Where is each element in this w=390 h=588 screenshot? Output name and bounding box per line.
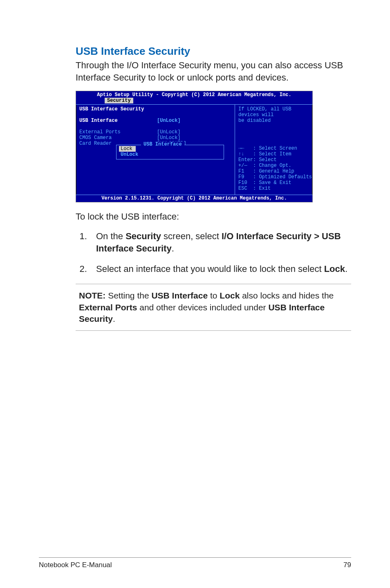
note-text: also locks and hides the <box>240 291 334 300</box>
bios-row-cmos-camera[interactable]: CMOS Camera [UnLock] <box>79 135 232 141</box>
bios-panel-title: USB Interface Security <box>79 106 157 112</box>
footer-title: Notebook PC E-Manual <box>39 561 112 569</box>
footer-page-number: 79 <box>343 561 351 569</box>
note-label: NOTE: <box>79 291 105 300</box>
bios-header: Aptio Setup Utility - Copyright (C) 2012… <box>76 91 312 98</box>
steps-list: On the Security screen, select I/O Inter… <box>76 230 351 275</box>
step-text: Select an interface that you would like … <box>96 264 324 274</box>
note-text: . <box>113 314 115 323</box>
popup-selected: Lock <box>119 146 136 152</box>
help-exit: ESC : Exit <box>238 186 310 191</box>
bios-tab-security[interactable]: Security <box>105 98 133 103</box>
row-value: [UnLock] <box>157 129 181 135</box>
help-enter-select: Enter: Select <box>238 157 310 163</box>
row-label: CMOS Camera <box>79 135 157 141</box>
bios-tab-row: Security <box>76 98 312 104</box>
bold: USB Interface <box>151 291 208 300</box>
note-text: and other devices included under <box>137 303 268 312</box>
popup-title: USB Interface <box>141 141 184 147</box>
bold: Lock <box>324 264 345 274</box>
help-optimized-defaults: F9 : Optimized Defaults <box>238 174 310 180</box>
bios-row-usb-interface[interactable]: USB Interface [UnLock] <box>79 118 232 123</box>
bios-popup-usb-interface: USB Interface Lock UnLock <box>116 145 224 159</box>
intro-paragraph: Through the I/O Interface Security menu,… <box>76 59 351 83</box>
row-value: [UnLock] <box>157 135 181 141</box>
instruction-lead: To lock the USB interface: <box>76 211 351 222</box>
help-select-screen: →← : Select Screen <box>238 146 310 151</box>
help-save-exit: F10 : Save & Exit <box>238 180 310 186</box>
row-label: External Ports <box>79 129 157 135</box>
step-text: . <box>345 264 347 274</box>
row-label: USB Interface <box>79 118 157 123</box>
row-value: [UnLock] <box>157 118 181 123</box>
step-text: On the <box>96 231 126 241</box>
step-2: Select an interface that you would like … <box>90 263 351 275</box>
step-text: . <box>172 243 174 254</box>
note-text: Setting the <box>105 291 151 300</box>
popup-option-unlock[interactable]: UnLock <box>119 152 221 157</box>
help-general-help: F1 : General Help <box>238 168 310 174</box>
bios-right-pane: If LOCKED, all USB devices will be disab… <box>235 105 312 195</box>
bios-footer: Version 2.15.1231. Copyright (C) 2012 Am… <box>76 195 312 202</box>
bold: Security <box>126 231 161 241</box>
help-change-opt: +/— : Change Opt. <box>238 163 310 168</box>
note-text: to <box>208 291 220 300</box>
bold: External Ports <box>79 303 137 312</box>
bios-screenshot: Aptio Setup Utility - Copyright (C) 2012… <box>76 91 313 202</box>
bios-setting-description: If LOCKED, all USB devices will be disab… <box>238 106 310 123</box>
bold: Lock <box>220 291 240 300</box>
bios-left-pane: USB Interface Security USB Interface [Un… <box>76 105 235 195</box>
page-footer: Notebook PC E-Manual 79 <box>39 557 351 569</box>
help-select-item: ↑↓ : Select Item <box>238 151 310 157</box>
section-heading: USB Interface Security <box>76 45 351 58</box>
bios-row-external-ports[interactable]: External Ports [UnLock] <box>79 129 232 135</box>
step-1: On the Security screen, select I/O Inter… <box>90 230 351 254</box>
step-text: screen, select <box>161 231 222 241</box>
note-box: NOTE: Setting the USB Interface to Lock … <box>76 284 351 331</box>
